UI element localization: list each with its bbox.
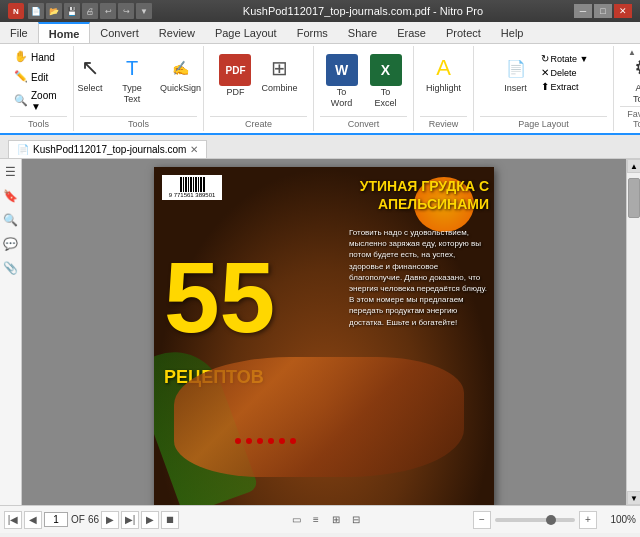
add-tools-button[interactable]: ⚙ + Add Tools (626, 52, 641, 106)
barcode-line (188, 177, 189, 192)
rotate-icon: ↻ (541, 53, 549, 64)
menu-erase[interactable]: Erase (387, 22, 436, 43)
menu-review[interactable]: Review (149, 22, 205, 43)
magazine-title-ru: УТИНАЯ ГРУДКА С АПЕЛЬСИНАМИ (349, 177, 489, 213)
highlight-button[interactable]: A Highlight (422, 52, 465, 95)
menu-share[interactable]: Share (338, 22, 387, 43)
scroll-down-button[interactable]: ▼ (627, 491, 640, 505)
barcode-line (183, 177, 184, 192)
seed (246, 438, 252, 444)
maximize-button[interactable]: □ (594, 4, 612, 18)
continuous-view-button[interactable]: ≡ (307, 511, 325, 529)
sidebar-bookmark-icon[interactable]: 🔖 (2, 187, 20, 205)
rotate-button[interactable]: ↻ Rotate ▼ (538, 52, 592, 65)
sidebar-attachment-icon[interactable]: 📎 (2, 259, 20, 277)
menu-protect[interactable]: Protect (436, 22, 491, 43)
new-icon[interactable]: 📄 (28, 3, 44, 19)
print-icon[interactable]: 🖨 (82, 3, 98, 19)
scroll-up-button[interactable]: ▲ (627, 159, 640, 173)
title-bar-controls: ─ □ ✕ (574, 4, 632, 18)
single-page-view-button[interactable]: ▭ (287, 511, 305, 529)
insert-button[interactable]: 📄 Insert (496, 52, 536, 95)
excel-icon: X (370, 54, 402, 86)
view-icons: ▭ ≡ ⊞ ⊟ (287, 511, 365, 529)
ribbon-collapse-button[interactable]: ▲ (626, 46, 638, 58)
status-left: |◀ ◀ OF 66 ▶ ▶| ▶ ⏹ (4, 511, 179, 529)
stop-button[interactable]: ⏹ (161, 511, 179, 529)
page-total: 66 (88, 514, 99, 525)
redo-icon[interactable]: ↪ (118, 3, 134, 19)
menu-help[interactable]: Help (491, 22, 534, 43)
extract-button[interactable]: ⬆ Extract (538, 80, 592, 93)
zoom-slider[interactable] (495, 518, 575, 522)
ribbon: ✋ Hand ✏️ Edit 🔍 Zoom ▼ Tools ↖ Select (0, 44, 640, 135)
menu-home[interactable]: Home (38, 22, 91, 43)
doc-tab-label: KushPod112017_top-journals.com (33, 144, 186, 155)
doc-tab-icon: 📄 (17, 144, 29, 155)
menu-file[interactable]: File (0, 22, 38, 43)
scroll-thumb[interactable] (628, 178, 640, 218)
left-sidebar: ☰ 🔖 🔍 💬 📎 (0, 159, 22, 505)
type-text-icon: T (118, 54, 146, 82)
pdf-page: 9 771561 389501 55 РЕЦЕПТОВ (154, 167, 494, 505)
prev-page-button[interactable]: ◀ (24, 511, 42, 529)
highlight-icon: A (430, 54, 458, 82)
menu-page-layout[interactable]: Page Layout (205, 22, 287, 43)
combine-button[interactable]: ⊞ Combine (257, 52, 301, 95)
hand-tool-button[interactable]: ✋ Hand (10, 48, 59, 66)
title-toolbar-icons: 📄 📂 💾 🖨 ↩ ↪ ▼ (28, 3, 152, 19)
review-group-label: Review (420, 116, 467, 129)
barcode-line (180, 177, 182, 192)
title-bar-title: KushPod112017_top-journals.com.pdf - Nit… (152, 5, 574, 17)
save-icon[interactable]: 💾 (64, 3, 80, 19)
delete-button[interactable]: ✕ Delete (538, 66, 592, 79)
pomegranate-seeds (234, 435, 297, 447)
title-bar: N 📄 📂 💾 🖨 ↩ ↪ ▼ KushPod112017_top-journa… (0, 0, 640, 22)
to-word-button[interactable]: W To Word (321, 52, 363, 110)
page-info: OF 66 (44, 512, 99, 527)
scroll-track[interactable] (627, 173, 640, 491)
menu-forms[interactable]: Forms (287, 22, 338, 43)
two-page-continuous-view-button[interactable]: ⊟ (347, 511, 365, 529)
sidebar-search-icon[interactable]: 🔍 (2, 211, 20, 229)
minimize-button[interactable]: ─ (574, 4, 592, 18)
barcode-line (203, 177, 205, 192)
sidebar-comment-icon[interactable]: 💬 (2, 235, 20, 253)
document-tab[interactable]: 📄 KushPod112017_top-journals.com ✕ (8, 140, 207, 158)
type-text-button[interactable]: T Type Text (110, 52, 154, 106)
menu-convert[interactable]: Convert (90, 22, 149, 43)
status-right: − + 100% (473, 511, 636, 529)
doc-tab-close-button[interactable]: ✕ (190, 144, 198, 155)
first-page-button[interactable]: |◀ (4, 511, 22, 529)
sidebar-panel-icon[interactable]: ☰ (2, 163, 20, 181)
zoom-tool-button[interactable]: 🔍 Zoom ▼ (10, 88, 67, 114)
page-layout-group-label: Page Layout (480, 116, 607, 129)
vertical-scrollbar[interactable]: ▲ ▼ (626, 159, 640, 505)
customize-icon[interactable]: ▼ (136, 3, 152, 19)
seed (279, 438, 285, 444)
status-bar: |◀ ◀ OF 66 ▶ ▶| ▶ ⏹ ▭ ≡ ⊞ ⊟ − + 100% (0, 505, 640, 533)
play-button[interactable]: ▶ (141, 511, 159, 529)
page-number-input[interactable] (44, 512, 68, 527)
pdf-button[interactable]: PDF PDF (215, 52, 255, 99)
undo-icon[interactable]: ↩ (100, 3, 116, 19)
close-button[interactable]: ✕ (614, 4, 632, 18)
zoom-percent-label: 100% (601, 514, 636, 525)
last-page-button[interactable]: ▶| (121, 511, 139, 529)
page-separator: OF (71, 514, 85, 525)
to-excel-button[interactable]: X To Excel (365, 52, 407, 110)
quicksign-icon: ✍ (167, 54, 195, 82)
select-button[interactable]: ↖ Select (72, 52, 108, 95)
zoom-out-button[interactable]: − (473, 511, 491, 529)
document-tabs: 📄 KushPod112017_top-journals.com ✕ (0, 135, 640, 159)
magazine-body-ru: Готовить надо с удовольствием, мысленно … (349, 227, 489, 328)
zoom-in-button[interactable]: + (579, 511, 597, 529)
barcode: 9 771561 389501 (162, 175, 222, 200)
edit-tool-button[interactable]: ✏️ Edit (10, 68, 52, 86)
two-page-view-button[interactable]: ⊞ (327, 511, 345, 529)
zoom-slider-thumb[interactable] (546, 515, 556, 525)
open-icon[interactable]: 📂 (46, 3, 62, 19)
hand-icon: ✋ (14, 50, 28, 64)
quicksign-button[interactable]: ✍ QuickSign (156, 52, 205, 95)
next-page-button[interactable]: ▶ (101, 511, 119, 529)
